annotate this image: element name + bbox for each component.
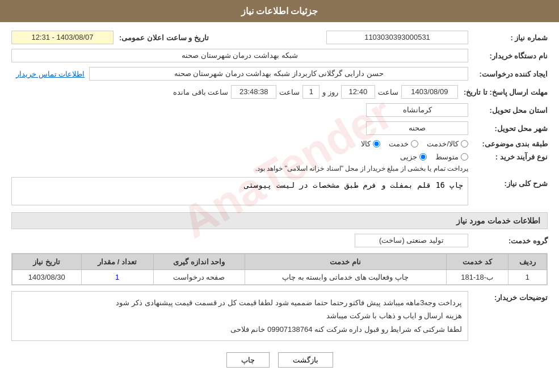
remaining-label: ساعت — [279, 88, 300, 96]
cell-unit: صفحه درخواست — [153, 270, 245, 285]
response-time: 12:40 — [341, 85, 375, 99]
subject-radio-group: کالا/خدمت خدمت کالا — [361, 140, 468, 148]
service-group-label: گروه خدمت: — [468, 237, 548, 245]
table-row: 1 ب-18-181 چاپ وفعالیت های خدماتی وابسته… — [12, 270, 547, 285]
cell-service: چاپ وفعالیت های خدماتی وابسته به چاپ — [245, 270, 446, 285]
buyer-name-label: نام دستگاه خریدار: — [468, 52, 548, 60]
creator-label: ایجاد کننده درخواست: — [468, 70, 548, 78]
province-value: کرمانشاه — [366, 103, 468, 117]
buyer-notes-label: توضیحات خریدار: — [468, 291, 548, 302]
need-description-label: شرح کلی نیاز: — [468, 177, 548, 188]
services-table: ردیف کد خدمت نام خدمت واحد اندازه گیری ت… — [12, 254, 547, 285]
days-label: روز و — [322, 88, 338, 96]
cell-date: 1403/08/30 — [12, 270, 82, 285]
col-quantity: تعداد / مقدار — [81, 254, 153, 270]
subject-option-khedmat[interactable]: خدمت — [389, 140, 418, 148]
col-date: تاریخ نیاز — [12, 254, 82, 270]
need-number-value: 1103030393000531 — [326, 31, 468, 44]
col-row: ردیف — [508, 254, 547, 270]
cell-code: ب-18-181 — [446, 270, 508, 285]
col-service: نام خدمت — [245, 254, 446, 270]
province-label: استان محل تحویل: — [468, 106, 548, 115]
page-header: جزئیات اطلاعات نیاز — [0, 0, 559, 22]
buyer-name-value: شبکه بهداشت درمان شهرستان صحنه — [11, 49, 468, 62]
creator-value: حسن دارایی گرگلانی کاربرداز شبکه بهداشت … — [89, 67, 468, 81]
buyer-notes-value: پرداخت وجه3ماهه میباشد پیش فاکتو رحتما ح… — [11, 291, 468, 341]
buttons-row: بازگشت چاپ — [11, 352, 548, 368]
response-days: 1 — [302, 85, 320, 99]
purchase-type-radio-group: متوسط جزیی — [255, 153, 468, 161]
announce-datetime-value: 1403/08/07 - 12:31 — [11, 31, 114, 44]
announce-datetime-label: تاریخ و ساعت اعلان عمومی: — [114, 33, 209, 42]
response-deadline-label: مهلت ارسال پاسخ: تا تاریخ: — [458, 88, 548, 96]
time-label: ساعت — [378, 88, 398, 96]
remaining-label2: ساعت باقی مانده — [173, 88, 228, 96]
col-unit: واحد اندازه گیری — [153, 254, 245, 270]
purchase-option-motavasset[interactable]: متوسط — [435, 153, 468, 161]
col-code: کد خدمت — [446, 254, 508, 270]
purchase-note: پرداخت تمام یا بخشی از مبلغ خریدار از مح… — [255, 165, 468, 172]
service-group-value: تولید صنعتی (ساخت) — [355, 234, 468, 247]
purchase-type-label: نوع فرآیند خرید : — [468, 153, 548, 161]
services-section-title: اطلاعات خدمات مورد نیاز — [11, 212, 548, 229]
page-title: جزئیات اطلاعات نیاز — [241, 6, 318, 16]
contact-info-link[interactable]: اطلاعات تماس خریدار — [11, 68, 89, 80]
city-label: شهر محل تحویل: — [468, 124, 548, 133]
subject-label: طبقه بندی موضوعی: — [468, 140, 548, 148]
services-table-container: ردیف کد خدمت نام خدمت واحد اندازه گیری ت… — [11, 253, 548, 285]
need-number-label: شماره نیاز : — [468, 33, 548, 42]
subject-option-kala[interactable]: کالا — [361, 140, 380, 148]
cell-row: 1 — [508, 270, 547, 285]
subject-option-kala-khedmat[interactable]: کالا/خدمت — [427, 140, 468, 148]
purchase-option-jozii[interactable]: جزیی — [400, 153, 427, 161]
response-remaining: 23:48:38 — [231, 85, 276, 99]
back-button[interactable]: بازگشت — [278, 352, 333, 368]
need-description-textarea[interactable] — [11, 177, 468, 205]
response-date: 1403/08/09 — [401, 85, 458, 99]
print-button[interactable]: چاپ — [226, 352, 270, 368]
cell-quantity: 1 — [81, 270, 153, 285]
city-value: صحنه — [366, 121, 468, 135]
